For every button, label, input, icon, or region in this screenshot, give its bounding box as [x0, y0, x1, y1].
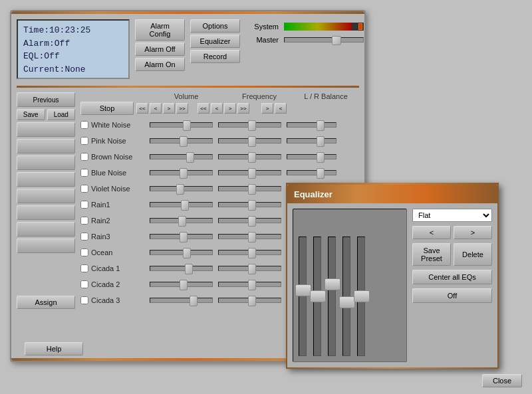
vol-slider-4[interactable]: [150, 186, 213, 191]
vol-slider-7[interactable]: [150, 234, 213, 239]
sound-checkbox-10[interactable]: [80, 280, 88, 288]
center-all-eqs-button[interactable]: Center all EQs: [412, 270, 492, 284]
vol-slider-2[interactable]: [150, 154, 213, 159]
freq-slider-1[interactable]: [218, 138, 281, 144]
bal-thumb-1[interactable]: [317, 136, 325, 147]
eq-off-button[interactable]: Off: [412, 288, 492, 303]
preset-slot-3[interactable]: [17, 155, 75, 170]
bal-slider-2[interactable]: [287, 154, 336, 159]
eq-fader-thumb-2[interactable]: [310, 290, 326, 302]
sound-checkbox-4[interactable]: [80, 185, 88, 193]
alarm-on-button[interactable]: Alarm On: [135, 58, 185, 71]
eq-fader-thumb-4[interactable]: [339, 296, 355, 308]
eq-preset-select[interactable]: Flat Bass Boost Treble Boost Classical P…: [412, 209, 492, 222]
preset-slot-4[interactable]: [17, 172, 75, 187]
vol-next-next[interactable]: >>: [176, 103, 188, 114]
vol-slider-5[interactable]: [150, 202, 213, 207]
freq-slider-6[interactable]: [218, 218, 281, 223]
vol-thumb-2[interactable]: [186, 152, 194, 163]
freq-slider-7[interactable]: [218, 234, 281, 239]
sound-checkbox-0[interactable]: [80, 121, 88, 129]
sound-checkbox-8[interactable]: [80, 248, 88, 256]
vol-slider-8[interactable]: [150, 250, 213, 255]
freq-prev-prev[interactable]: <<: [198, 103, 209, 114]
eq-prev-button[interactable]: <: [412, 226, 451, 239]
bal-left[interactable]: <: [275, 103, 287, 114]
freq-thumb-0[interactable]: [248, 120, 256, 131]
eq-fader-thumb-5[interactable]: [354, 290, 370, 302]
freq-thumb-1[interactable]: [248, 136, 256, 147]
freq-slider-10[interactable]: [218, 282, 281, 287]
preset-slot-2[interactable]: [17, 139, 75, 153]
equalizer-button[interactable]: Equalizer: [190, 35, 240, 48]
vol-thumb-8[interactable]: [183, 248, 191, 258]
delete-button[interactable]: Delete: [454, 243, 492, 266]
sound-checkbox-3[interactable]: [80, 169, 88, 177]
eq-fader-thumb-3[interactable]: [325, 278, 340, 290]
alarm-config-button[interactable]: Alarm Config: [135, 19, 185, 41]
vol-thumb-3[interactable]: [180, 168, 188, 179]
vol-slider-6[interactable]: [150, 218, 213, 223]
vol-thumb-1[interactable]: [180, 136, 188, 147]
vol-next[interactable]: >: [163, 103, 175, 114]
freq-prev[interactable]: <: [211, 103, 223, 114]
vol-slider-1[interactable]: [150, 138, 213, 144]
master-slider-thumb[interactable]: [332, 36, 341, 45]
vol-thumb-11[interactable]: [190, 296, 198, 306]
previous-button[interactable]: Previous: [17, 92, 75, 107]
load-button[interactable]: Load: [47, 109, 76, 120]
bal-thumb-2[interactable]: [317, 152, 325, 163]
sound-checkbox-2[interactable]: [80, 153, 88, 161]
preset-slot-5[interactable]: [17, 189, 75, 203]
freq-slider-3[interactable]: [218, 170, 281, 175]
bal-slider-1[interactable]: [287, 138, 336, 144]
vol-slider-10[interactable]: [150, 282, 213, 287]
freq-thumb-7[interactable]: [248, 232, 256, 243]
bal-slider-3[interactable]: [287, 170, 336, 175]
vol-thumb-7[interactable]: [180, 232, 188, 243]
sound-checkbox-5[interactable]: [80, 201, 88, 209]
vol-slider-0[interactable]: [150, 122, 213, 128]
eq-fader-track-3[interactable]: [328, 237, 336, 356]
freq-thumb-4[interactable]: [248, 184, 256, 195]
vol-thumb-0[interactable]: [183, 120, 191, 131]
stop-button[interactable]: Stop: [80, 102, 134, 115]
eq-fader-track-2[interactable]: [313, 237, 321, 356]
vol-thumb-6[interactable]: [178, 216, 186, 227]
vol-prev-prev[interactable]: <<: [136, 103, 148, 114]
eq-fader-track-5[interactable]: [357, 237, 365, 356]
freq-thumb-6[interactable]: [248, 216, 256, 227]
vol-slider-11[interactable]: [150, 298, 213, 303]
vol-prev[interactable]: <: [150, 103, 162, 114]
bal-right[interactable]: >: [261, 103, 273, 114]
vol-thumb-4[interactable]: [176, 184, 184, 195]
freq-thumb-5[interactable]: [248, 200, 256, 211]
bal-thumb-3[interactable]: [317, 168, 325, 179]
bal-thumb-0[interactable]: [317, 120, 325, 131]
assign-button[interactable]: Assign: [17, 296, 75, 309]
record-button[interactable]: Record: [190, 50, 240, 63]
help-button[interactable]: Help: [25, 342, 83, 355]
options-button[interactable]: Options: [190, 19, 240, 33]
preset-slot-8[interactable]: [17, 239, 75, 253]
freq-next-next[interactable]: >>: [237, 103, 249, 114]
sound-checkbox-1[interactable]: [80, 137, 88, 145]
freq-slider-9[interactable]: [218, 266, 281, 271]
sound-checkbox-7[interactable]: [80, 233, 88, 241]
freq-slider-4[interactable]: [218, 186, 281, 191]
freq-slider-11[interactable]: [218, 298, 281, 303]
save-button[interactable]: Save: [17, 109, 45, 120]
eq-fader-track-4[interactable]: [342, 237, 350, 356]
eq-fader-track-1[interactable]: [299, 237, 307, 356]
vol-thumb-5[interactable]: [181, 200, 189, 211]
bal-slider-0[interactable]: [287, 122, 336, 128]
freq-thumb-11[interactable]: [248, 296, 256, 306]
freq-slider-2[interactable]: [218, 154, 281, 159]
vol-slider-9[interactable]: [150, 266, 213, 271]
close-button[interactable]: Close: [482, 374, 522, 387]
sound-checkbox-11[interactable]: [80, 296, 88, 304]
vol-slider-3[interactable]: [150, 170, 213, 175]
vol-thumb-9[interactable]: [185, 264, 193, 274]
freq-thumb-3[interactable]: [248, 168, 256, 179]
master-slider-track[interactable]: [284, 37, 364, 43]
